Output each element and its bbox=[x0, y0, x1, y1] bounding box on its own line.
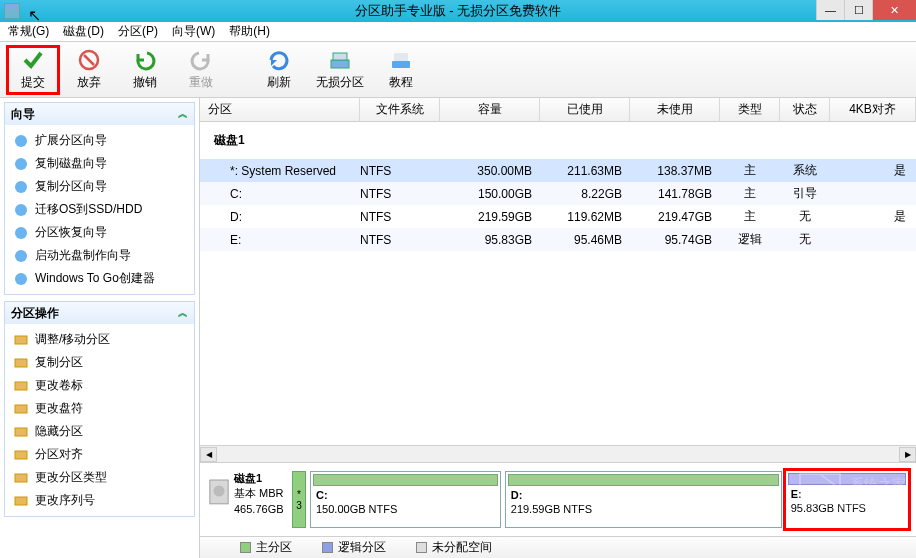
cell-capacity: 95.83GB bbox=[440, 233, 540, 247]
col-state[interactable]: 状态 bbox=[780, 98, 830, 121]
svg-line-1 bbox=[84, 55, 94, 65]
ops-item[interactable]: 更改卷标 bbox=[7, 374, 192, 397]
menu-general[interactable]: 常规(G) bbox=[8, 23, 49, 40]
col-filesystem[interactable]: 文件系统 bbox=[360, 98, 440, 121]
disk-map: 磁盘1 基本 MBR 465.76GB * 3 C:150.00GB NTFS … bbox=[200, 462, 916, 536]
cell-free: 138.37MB bbox=[630, 164, 720, 178]
diskmap-part-d[interactable]: D:219.59GB NTFS bbox=[505, 471, 782, 528]
svg-rect-18 bbox=[15, 451, 27, 459]
ops-item-icon bbox=[13, 470, 29, 486]
commit-button[interactable]: 提交 bbox=[6, 45, 60, 95]
lossless-label: 无损分区 bbox=[316, 74, 364, 91]
legend-unalloc: 未分配空间 bbox=[416, 539, 492, 556]
maximize-button[interactable]: ☐ bbox=[844, 0, 872, 20]
ops-panel-header[interactable]: 分区操作 ︽ bbox=[5, 302, 194, 324]
col-align[interactable]: 4KB对齐 bbox=[830, 98, 916, 121]
cell-partition: D: bbox=[200, 210, 360, 224]
ops-item-icon bbox=[13, 401, 29, 417]
ops-item-label: 更改分区类型 bbox=[35, 469, 107, 486]
legend-swatch-icon bbox=[322, 542, 333, 553]
lossless-button[interactable]: 无损分区 bbox=[308, 45, 372, 95]
legend-primary-label: 主分区 bbox=[256, 539, 292, 556]
svg-point-6 bbox=[15, 135, 27, 147]
redo-label: 重做 bbox=[189, 74, 213, 91]
cell-align: 是 bbox=[830, 162, 916, 179]
col-capacity[interactable]: 容量 bbox=[440, 98, 540, 121]
table-row[interactable]: E:NTFS95.83GB95.46MB95.74GB逻辑无 bbox=[200, 228, 916, 251]
refresh-label: 刷新 bbox=[267, 74, 291, 91]
svg-rect-20 bbox=[15, 497, 27, 505]
svg-rect-17 bbox=[15, 428, 27, 436]
tutorial-button[interactable]: 教程 bbox=[374, 45, 428, 95]
redo-button[interactable]: 重做 bbox=[174, 45, 228, 95]
menu-partition[interactable]: 分区(P) bbox=[118, 23, 158, 40]
menu-disk[interactable]: 磁盘(D) bbox=[63, 23, 104, 40]
title-bar: 分区助手专业版 - 无损分区免费软件 — ☐ ✕ bbox=[0, 0, 916, 22]
diskmap-part-c[interactable]: C:150.00GB NTFS bbox=[310, 471, 501, 528]
undo-button[interactable]: 撤销 bbox=[118, 45, 172, 95]
wizard-item[interactable]: 分区恢复向导 bbox=[7, 221, 192, 244]
ops-item[interactable]: 更改盘符 bbox=[7, 397, 192, 420]
table-row[interactable]: C:NTFS150.00GB8.22GB141.78GB主引导 bbox=[200, 182, 916, 205]
wizard-item[interactable]: 迁移OS到SSD/HDD bbox=[7, 198, 192, 221]
wizard-item[interactable]: Windows To Go创建器 bbox=[7, 267, 192, 290]
cell-type: 主 bbox=[720, 162, 780, 179]
col-free[interactable]: 未使用 bbox=[630, 98, 720, 121]
menu-help[interactable]: 帮助(H) bbox=[229, 23, 270, 40]
wizard-item-label: 分区恢复向导 bbox=[35, 224, 107, 241]
cell-free: 219.47GB bbox=[630, 210, 720, 224]
diskmap-d-size: 219.59GB NTFS bbox=[511, 503, 592, 515]
refresh-button[interactable]: 刷新 bbox=[252, 45, 306, 95]
ops-item-label: 更改序列号 bbox=[35, 492, 95, 509]
wizard-item-icon bbox=[13, 202, 29, 218]
close-button[interactable]: ✕ bbox=[872, 0, 916, 20]
wizard-item-label: 启动光盘制作向导 bbox=[35, 247, 131, 264]
discard-button[interactable]: 放弃 bbox=[62, 45, 116, 95]
tutorial-label: 教程 bbox=[389, 74, 413, 91]
svg-rect-13 bbox=[15, 336, 27, 344]
disk-map-info[interactable]: 磁盘1 基本 MBR 465.76GB bbox=[208, 471, 288, 528]
minimize-button[interactable]: — bbox=[816, 0, 844, 20]
checkmark-icon bbox=[21, 48, 45, 72]
wizard-panel: 向导 ︽ 扩展分区向导复制磁盘向导复制分区向导迁移OS到SSD/HDD分区恢复向… bbox=[4, 102, 195, 295]
cell-state: 无 bbox=[780, 208, 830, 225]
menu-bar: 常规(G) 磁盘(D) 分区(P) 向导(W) 帮助(H) bbox=[0, 22, 916, 42]
wizard-item[interactable]: 复制磁盘向导 bbox=[7, 152, 192, 175]
ops-item[interactable]: 分区对齐 bbox=[7, 443, 192, 466]
menu-wizard[interactable]: 向导(W) bbox=[172, 23, 215, 40]
wizard-item[interactable]: 启动光盘制作向导 bbox=[7, 244, 192, 267]
tutorial-icon bbox=[389, 48, 413, 72]
partition-icon bbox=[328, 48, 352, 72]
svg-rect-5 bbox=[394, 53, 408, 61]
scroll-left-button[interactable]: ◀ bbox=[200, 447, 217, 462]
scroll-right-button[interactable]: ▶ bbox=[899, 447, 916, 462]
diskmap-reserved[interactable]: * 3 bbox=[292, 471, 306, 528]
col-partition[interactable]: 分区 bbox=[200, 98, 360, 121]
bar-icon bbox=[788, 473, 906, 485]
table-row[interactable]: D:NTFS219.59GB119.62MB219.47GB主无是 bbox=[200, 205, 916, 228]
cell-capacity: 350.00MB bbox=[440, 164, 540, 178]
diskmap-part-e[interactable]: E:95.83GB NTFS bbox=[783, 468, 911, 531]
svg-point-12 bbox=[15, 273, 27, 285]
wizard-item[interactable]: 扩展分区向导 bbox=[7, 129, 192, 152]
ops-item[interactable]: 更改序列号 bbox=[7, 489, 192, 512]
redo-icon bbox=[189, 48, 213, 72]
col-type[interactable]: 类型 bbox=[720, 98, 780, 121]
ops-item[interactable]: 复制分区 bbox=[7, 351, 192, 374]
ops-item[interactable]: 隐藏分区 bbox=[7, 420, 192, 443]
diskmap-name: 磁盘1 bbox=[234, 472, 262, 484]
wizard-item-icon bbox=[13, 271, 29, 287]
diskmap-slim-top: * bbox=[297, 489, 301, 500]
svg-rect-19 bbox=[15, 474, 27, 482]
legend: 主分区 逻辑分区 未分配空间 bbox=[200, 536, 916, 558]
window-controls: — ☐ ✕ bbox=[816, 0, 916, 20]
diskmap-type: 基本 MBR bbox=[234, 487, 284, 499]
ops-item[interactable]: 调整/移动分区 bbox=[7, 328, 192, 351]
horizontal-scrollbar[interactable]: ◀ ▶ bbox=[200, 445, 916, 462]
table-row[interactable]: *: System ReservedNTFS350.00MB211.63MB13… bbox=[200, 159, 916, 182]
wizard-panel-header[interactable]: 向导 ︽ bbox=[5, 103, 194, 125]
ops-item-icon bbox=[13, 355, 29, 371]
ops-item[interactable]: 更改分区类型 bbox=[7, 466, 192, 489]
col-used[interactable]: 已使用 bbox=[540, 98, 630, 121]
wizard-item[interactable]: 复制分区向导 bbox=[7, 175, 192, 198]
